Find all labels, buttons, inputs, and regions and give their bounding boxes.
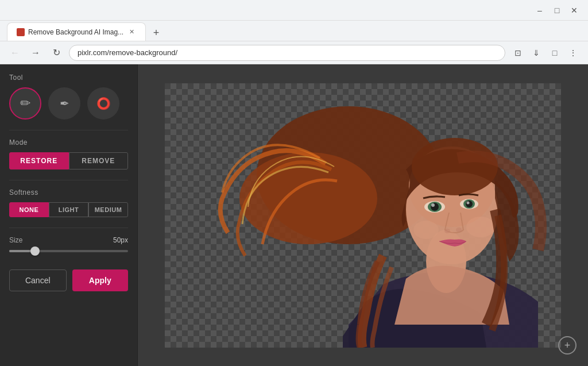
download-button[interactable]: ⇓	[528, 45, 544, 61]
address-bar: ← → ↻ pixlr.com/remove-background/ ⊡ ⇓ □…	[0, 41, 588, 64]
menu-button[interactable]: ⋮	[565, 45, 581, 61]
none-softness-button[interactable]: NONE	[9, 202, 49, 217]
window-controls: – □ ✕	[533, 3, 581, 17]
divider-1	[9, 130, 128, 130]
tool-section: Tool ✏ ✒ ⭕	[9, 74, 128, 120]
translate-button[interactable]: ⊡	[510, 45, 526, 61]
forward-button[interactable]: →	[28, 45, 44, 61]
brush-icon: ✏	[20, 96, 30, 111]
cancel-button[interactable]: Cancel	[9, 269, 67, 291]
tab-bar: Remove Background AI Imag... ✕ +	[0, 21, 588, 41]
divider-2	[9, 180, 128, 180]
svg-point-5	[412, 138, 498, 195]
slider-thumb[interactable]	[30, 246, 40, 256]
extensions-button[interactable]: □	[547, 45, 563, 61]
mode-section: Mode RESTORE REMOVE	[9, 138, 128, 169]
remove-mode-button[interactable]: REMOVE	[69, 152, 129, 169]
tool-section-label: Tool	[9, 74, 128, 82]
slider-fill	[9, 250, 33, 252]
mode-section-label: Mode	[9, 138, 128, 147]
softness-section: Softness NONE LIGHT MEDIUM	[9, 188, 128, 217]
browser-chrome: – □ ✕ Remove Background AI Imag... ✕ + ←…	[0, 0, 588, 64]
subject-image	[165, 83, 561, 348]
active-tab[interactable]: Remove Background AI Imag... ✕	[7, 22, 146, 41]
maximize-button[interactable]: □	[550, 3, 564, 17]
app-container: Tool ✏ ✒ ⭕ Mode RESTORE REMOVE	[0, 64, 588, 366]
svg-point-9	[431, 203, 435, 207]
svg-point-1	[239, 152, 377, 244]
dropper-icon: ✒	[60, 97, 69, 110]
zoom-plus-button[interactable]: +	[558, 336, 577, 355]
browser-toolbar: ⊡ ⇓ □ ⋮	[510, 45, 581, 61]
size-header: Size 50px	[9, 236, 128, 244]
size-section: Size 50px	[9, 236, 128, 252]
url-text: pixlr.com/remove-background/	[78, 48, 177, 57]
restore-mode-button[interactable]: RESTORE	[9, 152, 69, 169]
title-bar: – □ ✕	[0, 0, 588, 21]
svg-point-12	[466, 201, 473, 207]
reload-button[interactable]: ↻	[48, 45, 64, 61]
url-bar[interactable]: pixlr.com/remove-background/	[69, 45, 505, 61]
color-picker-button[interactable]: ✒	[48, 87, 80, 120]
softness-buttons: NONE LIGHT MEDIUM	[9, 202, 128, 217]
back-button[interactable]: ←	[7, 45, 23, 61]
tab-close-button[interactable]: ✕	[127, 28, 136, 37]
tool-icons: ✏ ✒ ⭕	[9, 87, 128, 120]
canvas-area: +	[138, 64, 588, 366]
mode-buttons: RESTORE REMOVE	[9, 152, 128, 169]
size-value: 50px	[113, 236, 128, 244]
medium-softness-button[interactable]: MEDIUM	[88, 202, 128, 217]
svg-point-13	[467, 201, 470, 204]
action-buttons: Cancel Apply	[9, 269, 128, 291]
svg-point-14	[444, 229, 450, 233]
lasso-button[interactable]: ⭕	[87, 87, 119, 120]
lasso-icon: ⭕	[96, 97, 111, 110]
tab-title: Remove Background AI Imag...	[28, 28, 123, 36]
close-button[interactable]: ✕	[567, 3, 581, 17]
svg-point-16	[466, 217, 495, 237]
divider-3	[9, 228, 128, 228]
tab-favicon	[17, 28, 25, 36]
left-panel: Tool ✏ ✒ ⭕ Mode RESTORE REMOVE	[0, 64, 138, 366]
brush-tool-button[interactable]: ✏	[9, 87, 41, 120]
svg-point-17	[413, 221, 439, 239]
svg-point-15	[456, 228, 462, 232]
light-softness-button[interactable]: LIGHT	[49, 202, 88, 217]
size-label: Size	[9, 236, 22, 244]
apply-button[interactable]: Apply	[72, 269, 129, 291]
canvas-wrapper	[165, 83, 561, 348]
minimize-button[interactable]: –	[533, 3, 547, 17]
softness-section-label: Softness	[9, 188, 128, 197]
new-tab-button[interactable]: +	[148, 25, 164, 41]
size-slider[interactable]	[9, 250, 128, 252]
